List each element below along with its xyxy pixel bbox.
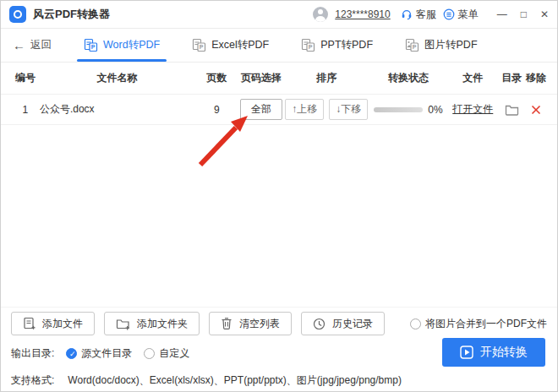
tab-bar: ← 返回 P Word转PDF P Excel转PDF P PPT转 xyxy=(1,29,557,63)
output-directory-label: 输出目录: xyxy=(11,346,54,361)
supported-formats-label: 支持格式: xyxy=(11,373,54,388)
row-pages: 9 xyxy=(194,104,238,116)
supported-formats-row: 支持格式: Word(doc/docx)、Excel(xls/xlsx)、PPT… xyxy=(11,373,402,388)
toolbar: 添加文件 添加文件夹 清空列表 历史记录 xyxy=(11,312,385,335)
tab-label: Word转PDF xyxy=(103,38,160,52)
ppt-doc-icon: P xyxy=(301,38,315,52)
menu-icon xyxy=(443,8,455,20)
row-filename: 公众号.docx xyxy=(40,102,194,117)
custom-dir-radio[interactable] xyxy=(144,348,155,359)
col-header-file: 文件 xyxy=(447,71,498,85)
move-up-button[interactable]: ↑上移 xyxy=(285,99,324,120)
source-dir-option[interactable]: 源文件目录 xyxy=(66,346,132,361)
maximize-button[interactable]: □ xyxy=(521,9,527,19)
source-dir-label: 源文件目录 xyxy=(81,346,132,361)
col-header-remove: 移除 xyxy=(525,71,547,85)
col-header-filename: 文件名称 xyxy=(40,71,194,85)
word-doc-icon: P xyxy=(84,38,98,52)
merge-radio[interactable] xyxy=(410,318,421,329)
tab-label: Excel转PDF xyxy=(211,38,269,52)
add-file-icon xyxy=(23,317,36,330)
minimize-button[interactable]: — xyxy=(497,9,507,19)
svg-text:P: P xyxy=(91,44,96,50)
col-header-index: 编号 xyxy=(11,71,40,85)
customer-service-button[interactable]: 客服 xyxy=(401,8,436,22)
add-file-label: 添加文件 xyxy=(42,317,83,331)
table-row: 1 公众号.docx 9 全部 ↑上移 ↓下移 0% 打开文件 xyxy=(1,95,557,125)
start-convert-button[interactable]: 开始转换 xyxy=(442,338,545,367)
app-title: 风云PDF转换器 xyxy=(33,7,110,22)
close-button[interactable]: ✕ xyxy=(540,9,549,19)
title-bar: 风云PDF转换器 123****8910 客服 菜单 — □ ✕ xyxy=(1,1,557,29)
menu-button[interactable]: 菜单 xyxy=(443,8,479,22)
history-label: 历史记录 xyxy=(332,317,373,331)
clear-list-button[interactable]: 清空列表 xyxy=(209,312,292,335)
output-directory-row: 输出目录: 源文件目录 自定义 xyxy=(11,346,189,361)
col-header-status: 转换状态 xyxy=(369,71,448,85)
menu-label: 菜单 xyxy=(458,8,479,22)
progress-percent: 0% xyxy=(428,104,442,116)
row-index: 1 xyxy=(11,104,40,116)
col-header-sort: 排序 xyxy=(284,71,369,85)
svg-text:P: P xyxy=(413,44,417,50)
headset-icon xyxy=(401,8,413,20)
source-dir-radio[interactable] xyxy=(66,348,77,359)
col-header-pages: 页数 xyxy=(194,71,238,85)
svg-text:P: P xyxy=(200,44,204,50)
back-button[interactable]: ← 返回 xyxy=(13,29,52,62)
bottom-panel: 添加文件 添加文件夹 清空列表 历史记录 xyxy=(1,307,557,392)
table-header: 编号 文件名称 页数 页码选择 排序 转换状态 文件 目录 移除 xyxy=(1,63,557,95)
back-arrow-icon: ← xyxy=(13,38,25,52)
add-folder-label: 添加文件夹 xyxy=(137,317,188,331)
tab-label: 图片转PDF xyxy=(424,38,478,52)
play-icon xyxy=(460,346,473,359)
progress-bar xyxy=(374,107,423,112)
remove-icon[interactable] xyxy=(531,105,541,115)
trash-icon xyxy=(221,317,232,330)
page-select-button[interactable]: 全部 xyxy=(240,99,282,120)
image-doc-icon: P xyxy=(405,38,419,52)
clear-list-label: 清空列表 xyxy=(239,317,280,331)
history-button[interactable]: 历史记录 xyxy=(301,312,385,335)
custom-dir-option[interactable]: 自定义 xyxy=(144,346,189,361)
tab-excel-to-pdf[interactable]: P Excel转PDF xyxy=(185,29,276,62)
add-folder-icon xyxy=(116,317,130,330)
app-logo-icon xyxy=(9,6,26,23)
start-convert-label: 开始转换 xyxy=(480,345,528,360)
folder-icon[interactable] xyxy=(505,103,519,116)
account-number[interactable]: 123****8910 xyxy=(335,8,390,20)
tab-word-to-pdf[interactable]: P Word转PDF xyxy=(77,29,167,62)
excel-doc-icon: P xyxy=(192,38,206,52)
tab-label: PPT转PDF xyxy=(320,38,373,52)
svg-text:P: P xyxy=(309,44,313,50)
col-header-directory: 目录 xyxy=(498,71,525,85)
customer-service-label: 客服 xyxy=(416,8,436,22)
supported-formats-value: Word(doc/docx)、Excel(xls/xlsx)、PPT(ppt/p… xyxy=(68,373,402,388)
open-file-link[interactable]: 打开文件 xyxy=(452,103,493,115)
add-folder-button[interactable]: 添加文件夹 xyxy=(104,312,200,335)
merge-option[interactable]: 将图片合并到一个PDF文件 xyxy=(410,317,547,331)
add-file-button[interactable]: 添加文件 xyxy=(11,312,95,335)
back-label: 返回 xyxy=(30,38,52,52)
tab-image-to-pdf[interactable]: P 图片转PDF xyxy=(398,29,484,62)
custom-dir-label: 自定义 xyxy=(159,346,189,361)
move-down-button[interactable]: ↓下移 xyxy=(329,99,368,120)
merge-option-label: 将图片合并到一个PDF文件 xyxy=(425,317,547,331)
tab-ppt-to-pdf[interactable]: P PPT转PDF xyxy=(294,29,380,62)
avatar[interactable] xyxy=(313,7,328,22)
clock-icon xyxy=(313,318,326,330)
col-header-page-select: 页码选择 xyxy=(238,71,284,85)
